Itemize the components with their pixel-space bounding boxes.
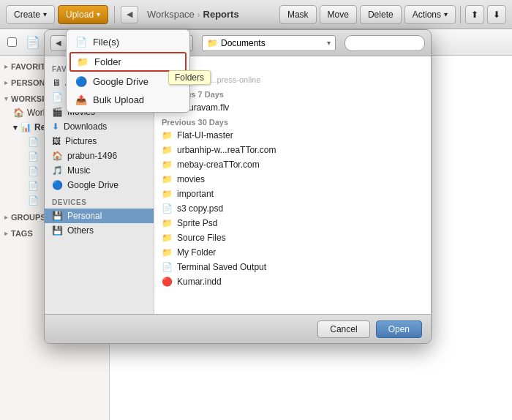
move-button[interactable]: Move — [320, 5, 357, 24]
sidebar-google-drive[interactable]: 🔵 Google Drive — [45, 178, 154, 192]
source-icon: 📁 — [162, 233, 173, 243]
dropdown-bulk-upload[interactable]: 📤 Bulk Upload — [67, 91, 189, 109]
s3-label: s3 copy.psd — [177, 203, 223, 214]
mebay-label: mebay-creaTTor.com — [177, 160, 260, 170]
sidebar-personal[interactable]: 💾 Personal — [45, 209, 154, 223]
breadcrumb-reports: Reports — [203, 9, 239, 20]
delete-button[interactable]: Delete — [360, 5, 402, 24]
dialog-footer: Cancel Open — [45, 314, 431, 343]
personal-icon: 💾 — [52, 211, 63, 221]
mask-button[interactable]: Mask — [279, 5, 317, 24]
file-terminal[interactable]: 📄 Terminal Saved Output — [154, 260, 431, 274]
flat-ui-label: Flat-UI-master — [177, 130, 233, 140]
file-source[interactable]: 📁 Source Files — [154, 230, 431, 245]
myfolder-icon: 📁 — [162, 247, 173, 258]
all-my-files-icon: 🖥 — [52, 78, 61, 88]
folder-icon: 📁 — [77, 56, 89, 67]
google-drive-icon: 🔵 — [75, 76, 87, 87]
sidebar-pictures[interactable]: 🖼 Pictures — [45, 134, 154, 149]
cancel-button[interactable]: Cancel — [317, 320, 369, 338]
sprite-label: Sprite Psd — [177, 218, 217, 228]
personal-label: Personal — [67, 211, 102, 221]
file-kumar[interactable]: 🔴 Kumar.indd — [154, 274, 431, 289]
dialog-back-btn[interactable]: ◀ — [50, 35, 67, 51]
dialog-location-select[interactable]: 📁 Documents ▾ — [202, 35, 336, 51]
groups-label: GROUPS — [11, 213, 46, 222]
file-flat-ui[interactable]: 📁 Flat-UI-master — [154, 128, 431, 143]
google-drive-sidebar-icon: 🔵 — [52, 180, 63, 190]
source-label: Source Files — [177, 233, 226, 243]
google-drive-label: Google Drive — [67, 180, 118, 190]
important-icon: 📁 — [162, 189, 173, 199]
dropdown-folder[interactable]: 📁 Folder — [69, 52, 187, 72]
prev7-label: Previous 7 Days — [154, 87, 431, 100]
kumar-label: Kumar.indd — [177, 277, 222, 287]
upload-icon1-button[interactable]: ⬆ — [465, 5, 484, 24]
flat-ui-icon: 📁 — [162, 130, 173, 140]
main-toolbar: Create Upload ◀ Workspace › Reports Mask… — [0, 0, 512, 29]
breadcrumb-sep: › — [197, 10, 200, 19]
folders-tooltip: Folders — [168, 70, 211, 85]
terminal-icon: 📄 — [162, 262, 173, 272]
file-icon: 📄 — [75, 37, 87, 48]
others-label: Others — [67, 225, 94, 236]
sidebar-others[interactable]: 💾 Others — [45, 223, 154, 238]
open-button[interactable]: Open — [376, 320, 422, 338]
file-important[interactable]: 📁 important — [154, 187, 431, 201]
select-all-checkbox[interactable] — [7, 37, 17, 47]
s3-icon: 📄 — [162, 203, 173, 214]
file-s3[interactable]: 📄 s3 copy.psd — [154, 201, 431, 216]
mebay-icon: 📁 — [162, 160, 173, 170]
file-mebay[interactable]: 📁 mebay-creaTTor.com — [154, 157, 431, 172]
tags-label: TAGS — [11, 229, 33, 238]
bulk-upload-icon: 📤 — [75, 94, 87, 105]
upload-button[interactable]: Upload — [58, 5, 108, 24]
downloads-icon: ⬇ — [52, 121, 59, 132]
file-urbanhip[interactable]: 📁 urbanhip-w...reaTTor.com — [154, 143, 431, 157]
movies-icon: 🎬 — [52, 107, 63, 117]
music-label: Music — [67, 165, 90, 176]
file-myfolder[interactable]: 📁 My Folder — [154, 245, 431, 260]
important-label: important — [177, 189, 214, 199]
dialog-devices-header: DEVICES — [45, 192, 154, 209]
movies-folder-icon: 📁 — [162, 174, 173, 184]
breadcrumb-workspace: Workspace — [147, 9, 195, 20]
file-movies[interactable]: 📁 movies — [154, 172, 431, 187]
toolbar-right: Mask Move Delete Actions ⬆ ⬇ — [279, 5, 506, 24]
pictures-icon: 🖼 — [52, 136, 61, 146]
sidebar-home[interactable]: 🏠 prabun-1496 — [45, 149, 154, 163]
actions-button[interactable]: Actions — [404, 5, 456, 24]
home-label: prabun-1496 — [67, 151, 117, 161]
dialog-content: Earlier 📄 nodocs-u...press-online Previo… — [154, 56, 431, 314]
dialog-search-input[interactable] — [345, 35, 425, 51]
location-folder-icon: 📁 — [207, 38, 218, 48]
dropdown-files[interactable]: 📄 File(s) — [67, 33, 189, 51]
terminal-label: Terminal Saved Output — [177, 262, 266, 272]
file-sprite[interactable]: 📁 Sprite Psd — [154, 216, 431, 230]
prev30-label: Previous 30 Days — [154, 115, 431, 128]
urbanhip-icon: 📁 — [162, 145, 173, 155]
downloads-label: Downloads — [64, 121, 107, 132]
home-icon: 🏠 — [52, 151, 63, 161]
location-label: Documents — [221, 38, 266, 48]
upload-icon2-button[interactable]: ⬇ — [487, 5, 506, 24]
music-icon: 🎵 — [52, 165, 63, 176]
urbanhip-label: urbanhip-w...reaTTor.com — [177, 145, 276, 155]
kumar-icon: 🔴 — [162, 277, 173, 287]
sidebar-downloads[interactable]: ⬇ Downloads — [45, 119, 154, 134]
breadcrumb: Workspace › Reports — [147, 9, 239, 20]
others-icon: 💾 — [52, 225, 63, 236]
movies-folder-label: movies — [177, 174, 205, 184]
create-button[interactable]: Create — [6, 5, 55, 24]
app-window: Create Upload ◀ Workspace › Reports Mask… — [0, 0, 512, 420]
back-button[interactable]: ◀ — [121, 6, 138, 23]
pictures-label: Pictures — [65, 136, 97, 146]
file-gouravam[interactable]: 🎬 Gouravam.flv — [154, 100, 431, 115]
myfolder-label: My Folder — [177, 247, 216, 258]
file-icon: 📄 — [26, 35, 40, 49]
sprite-icon: 📁 — [162, 218, 173, 228]
dialog-location: 📁 Documents ▾ — [202, 35, 336, 51]
documents-icon: 📄 — [52, 92, 63, 102]
location-chevron: ▾ — [327, 39, 331, 47]
sidebar-music[interactable]: 🎵 Music — [45, 163, 154, 178]
